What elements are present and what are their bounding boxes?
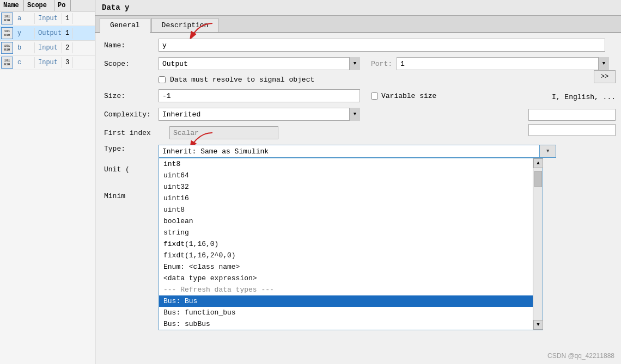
row-port-y: 1	[62, 28, 73, 39]
table-header: Name Scope Po	[0, 0, 95, 11]
type-dropdown-container: ▼ int8 uint64 uint32 uint16 uint8 boolea…	[159, 145, 556, 158]
dropdown-item-bus-function[interactable]: Bus: function_bus	[159, 307, 543, 318]
variable-size-row: Variable size	[371, 92, 436, 100]
tab-general[interactable]: General	[100, 18, 150, 33]
complexity-select[interactable]: Inherited real complex	[159, 108, 360, 121]
checkbox-label: Data must resolve to signal object	[170, 76, 314, 84]
dropdown-item-enum[interactable]: Enum: <class name>	[159, 261, 543, 273]
port-select-wrapper: 1 2 3 ▼	[397, 57, 609, 70]
table-row[interactable]: 101010 c Input 3	[0, 55, 95, 70]
double-arrow-button[interactable]: >>	[594, 70, 616, 83]
unit-label: Unit (	[104, 165, 159, 174]
name-label: Name:	[104, 41, 159, 50]
minim-label: Minim	[104, 192, 159, 200]
dropdown-item-uint8[interactable]: uint8	[159, 204, 543, 215]
dropdown-item-bus-bus[interactable]: Bus: Bus	[159, 295, 543, 307]
scroll-up-arrow[interactable]: ▲	[533, 158, 543, 168]
checkbox-row: Data must resolve to signal object	[104, 76, 612, 84]
size-input[interactable]	[159, 89, 360, 102]
row-port-c: 3	[62, 57, 73, 68]
tab-bar: General Description	[95, 16, 621, 33]
type-dropdown-list: int8 uint64 uint32 uint16 uint8 boolean …	[159, 158, 543, 330]
dropdown-item-fixdt1[interactable]: fixdt(1,16,0)	[159, 238, 543, 250]
scroll-down-arrow[interactable]: ▼	[533, 320, 543, 330]
row-scope-b: Input	[35, 42, 62, 53]
right-input-2[interactable]	[528, 124, 616, 136]
resolve-signal-checkbox[interactable]	[159, 76, 166, 83]
port-select[interactable]: 1 2 3	[397, 57, 609, 70]
dropdown-scrollbar[interactable]: ▲ ▼	[533, 158, 543, 330]
complexity-label: Complexity:	[104, 110, 159, 119]
right-input-1[interactable]	[528, 109, 616, 121]
dropdown-item-int8[interactable]: int8	[159, 158, 543, 170]
signal-icon-y: 101010	[1, 27, 13, 39]
row-name-y: y	[14, 28, 35, 39]
port-label: Port:	[371, 60, 392, 68]
tab-description[interactable]: Description	[151, 18, 219, 32]
name-row: Name:	[104, 39, 612, 52]
dropdown-item-uint32[interactable]: uint32	[159, 181, 543, 193]
signal-icon-c: 101010	[1, 57, 13, 69]
right-panel: Data y General Description Name: Scope: …	[95, 0, 621, 364]
scope-row: Scope: Output Input Local Parameter ▼ Po…	[104, 57, 612, 70]
first-index-input[interactable]	[169, 126, 278, 139]
variable-size-label: Variable size	[381, 92, 436, 100]
dropdown-item-uint16[interactable]: uint16	[159, 193, 543, 204]
port-section: Port: 1 2 3 ▼	[371, 57, 609, 70]
table-row[interactable]: 101010 a Input 1	[0, 11, 95, 26]
dropdown-item-fixdt2[interactable]: fixdt(1,16,2^0,0)	[159, 250, 543, 261]
type-input[interactable]	[159, 145, 540, 158]
row-name-b: b	[14, 42, 35, 53]
signal-icon-a: 101010	[1, 13, 13, 24]
dropdown-item-refresh[interactable]: --- Refresh data types ---	[159, 284, 543, 295]
row-scope-y: Output	[35, 28, 62, 39]
row-scope-a: Input	[35, 13, 62, 24]
first-index-label: First index	[104, 129, 169, 137]
complexity-select-wrapper: Inherited real complex ▼	[159, 108, 360, 121]
type-main-select: ▼	[159, 145, 556, 158]
type-row: Type: ▼ int8 uint64 uint32 uint16 uint8 …	[104, 145, 612, 158]
row-name-a: a	[14, 13, 35, 24]
scope-select[interactable]: Output Input Local Parameter	[159, 57, 360, 70]
left-panel: Name Scope Po 101010 a Input 1 101010 y …	[0, 0, 95, 364]
name-input[interactable]	[159, 39, 605, 52]
scope-select-wrapper: Output Input Local Parameter ▼	[159, 57, 360, 70]
dropdown-item-string[interactable]: string	[159, 227, 543, 238]
dropdown-item-boolean[interactable]: boolean	[159, 215, 543, 227]
signal-icon-b: 101010	[1, 42, 13, 54]
table-row[interactable]: 101010 y Output 1	[0, 26, 95, 41]
scroll-track	[533, 168, 543, 320]
unit-description: I, English, ...	[552, 93, 616, 101]
watermark: CSDN @qq_42211888	[547, 352, 614, 360]
size-row: Size: Variable size	[104, 89, 612, 102]
row-port-a: 1	[62, 13, 73, 24]
form-area: Name: Scope: Output Input Local Paramete…	[95, 33, 621, 364]
row-port-b: 2	[62, 42, 73, 53]
scope-label: Scope:	[104, 60, 159, 68]
variable-size-checkbox[interactable]	[371, 92, 378, 100]
col-scope: Scope	[24, 0, 54, 11]
row-name-c: c	[14, 57, 35, 68]
size-label: Size:	[104, 92, 159, 100]
right-side-panel: >>	[594, 70, 616, 83]
type-label: Type:	[104, 145, 159, 153]
right-input-area	[528, 107, 616, 136]
col-port: Po	[54, 0, 71, 11]
dropdown-item-bus-sub[interactable]: Bus: subBus	[159, 318, 543, 330]
scroll-thumb[interactable]	[534, 171, 542, 187]
table-row[interactable]: 101010 b Input 2	[0, 41, 95, 55]
panel-title: Data y	[95, 0, 621, 16]
col-name: Name	[0, 0, 24, 11]
row-scope-c: Input	[35, 57, 62, 68]
type-dropdown-btn[interactable]: ▼	[540, 145, 556, 158]
dropdown-item-expression[interactable]: <data type expression>	[159, 273, 543, 284]
dropdown-item-uint64[interactable]: uint64	[159, 170, 543, 181]
